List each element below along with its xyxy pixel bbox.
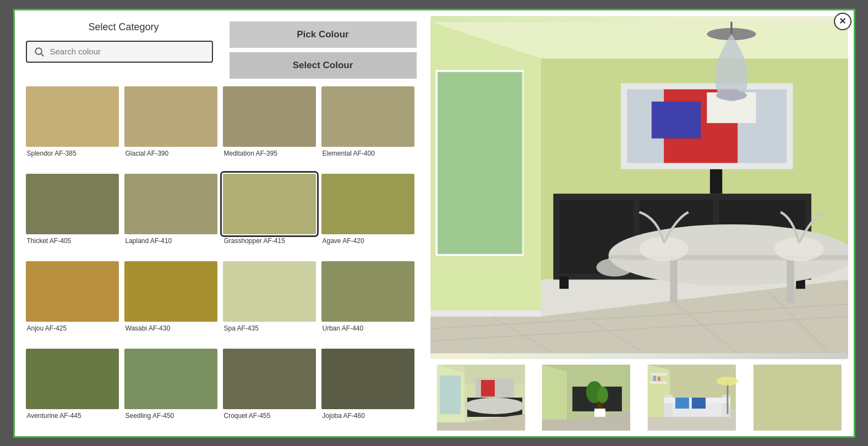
colour-label-af415: Grasshopper AF-415 bbox=[223, 237, 316, 245]
svg-rect-26 bbox=[787, 260, 794, 302]
colour-label-af460: Jojoba AF-460 bbox=[321, 412, 414, 420]
svg-rect-70 bbox=[692, 398, 706, 409]
svg-point-43 bbox=[716, 90, 747, 100]
svg-rect-40 bbox=[651, 101, 700, 138]
thumbnails-row bbox=[430, 365, 848, 431]
colour-item-af435[interactable]: Spa AF-435 bbox=[223, 261, 316, 343]
svg-rect-69 bbox=[675, 398, 689, 409]
pick-colour-button[interactable]: Pick Colour bbox=[230, 21, 417, 48]
close-button[interactable]: ✕ bbox=[834, 13, 851, 30]
svg-marker-15 bbox=[430, 310, 541, 316]
thumb-scene-3 bbox=[641, 365, 743, 431]
colour-label-af435: Spa AF-435 bbox=[223, 324, 316, 332]
svg-rect-61 bbox=[594, 409, 605, 417]
colour-label-af450: Seedling AF-450 bbox=[124, 412, 217, 420]
colour-label-af430: Wasabi AF-430 bbox=[124, 324, 217, 332]
svg-rect-74 bbox=[651, 381, 667, 384]
colour-swatch-af395 bbox=[223, 86, 316, 147]
svg-line-1 bbox=[41, 53, 43, 56]
colour-item-af430[interactable]: Wasabi AF-430 bbox=[124, 261, 217, 343]
svg-point-0 bbox=[35, 48, 42, 54]
colour-label-af395: Meditation AF-395 bbox=[223, 150, 316, 157]
colour-item-af450[interactable]: Seedling AF-450 bbox=[124, 349, 217, 431]
colour-item-af405[interactable]: Thicket AF-405 bbox=[26, 174, 119, 256]
thumbnail-4[interactable] bbox=[747, 365, 848, 431]
svg-rect-77 bbox=[754, 365, 842, 431]
thumbnail-3[interactable] bbox=[641, 365, 743, 431]
colour-label-af440: Urban AF-440 bbox=[321, 324, 414, 332]
colour-swatch-af400 bbox=[321, 86, 414, 147]
colour-item-af425[interactable]: Anjou AF-425 bbox=[26, 261, 119, 343]
colour-label-af390: Glacial AF-390 bbox=[124, 150, 217, 157]
colour-item-af455[interactable]: Croquet AF-455 bbox=[223, 349, 316, 431]
thumbnail-2[interactable] bbox=[536, 365, 637, 431]
search-box[interactable] bbox=[26, 41, 213, 63]
thumb-scene-2 bbox=[536, 365, 637, 431]
svg-rect-52 bbox=[481, 380, 494, 397]
colour-label-af425: Anjou AF-425 bbox=[26, 324, 119, 332]
svg-rect-30 bbox=[709, 169, 722, 194]
colours-grid: Splendor AF-385Glacial AF-390Meditation … bbox=[26, 86, 417, 431]
colour-swatch-af385 bbox=[26, 86, 119, 147]
thumb-scene-1 bbox=[430, 365, 532, 431]
colour-label-af400: Elemental AF-400 bbox=[321, 150, 414, 157]
colour-item-af415[interactable]: Grasshopper AF-415 bbox=[223, 174, 316, 256]
colour-picker-modal: ✕ Select Category Pick Colour Select bbox=[13, 9, 855, 438]
colour-item-af445[interactable]: Aventurine AF-445 bbox=[26, 349, 119, 431]
colour-swatch-af455 bbox=[223, 349, 316, 409]
colour-swatch-af440 bbox=[321, 261, 414, 322]
colour-swatch-af405 bbox=[26, 174, 119, 234]
colour-item-af440[interactable]: Urban AF-440 bbox=[321, 261, 414, 343]
svg-point-29 bbox=[596, 258, 633, 276]
colour-label-af455: Croquet AF-455 bbox=[223, 412, 316, 420]
colour-swatch-af420 bbox=[321, 174, 414, 234]
thumbnail-1[interactable] bbox=[430, 365, 532, 431]
colour-swatch-af415 bbox=[223, 174, 316, 234]
select-colour-button[interactable]: Select Colour bbox=[230, 52, 417, 79]
left-panel: Select Category Pick Colour Select Colou… bbox=[15, 10, 428, 436]
svg-rect-76 bbox=[658, 377, 660, 381]
svg-rect-75 bbox=[653, 376, 656, 381]
svg-rect-25 bbox=[670, 260, 677, 302]
colour-swatch-af425 bbox=[26, 261, 119, 322]
room-scene-svg bbox=[430, 16, 848, 359]
svg-point-60 bbox=[597, 387, 608, 403]
svg-rect-73 bbox=[651, 373, 667, 376]
svg-point-49 bbox=[464, 398, 525, 414]
colour-swatch-af430 bbox=[124, 261, 217, 322]
search-input[interactable] bbox=[50, 47, 205, 56]
colour-item-af385[interactable]: Splendor AF-385 bbox=[26, 86, 119, 168]
colour-item-af460[interactable]: Jojoba AF-460 bbox=[321, 349, 414, 431]
search-icon bbox=[34, 46, 45, 57]
svg-rect-47 bbox=[439, 376, 460, 414]
svg-rect-14 bbox=[438, 72, 522, 254]
colour-label-af405: Thicket AF-405 bbox=[26, 237, 119, 245]
colour-label-af385: Splendor AF-385 bbox=[26, 150, 119, 157]
colour-swatch-af435 bbox=[223, 261, 316, 322]
colour-swatch-af445 bbox=[26, 349, 119, 409]
colour-item-af390[interactable]: Glacial AF-390 bbox=[124, 86, 217, 168]
colour-item-af400[interactable]: Elemental AF-400 bbox=[321, 86, 414, 168]
svg-point-72 bbox=[717, 377, 739, 386]
svg-rect-21 bbox=[559, 276, 569, 288]
thumb-scene-4 bbox=[747, 365, 848, 431]
right-panel bbox=[428, 10, 854, 436]
colour-label-af420: Agave AF-420 bbox=[321, 237, 414, 245]
colour-swatch-af390 bbox=[124, 86, 217, 147]
colour-swatch-af460 bbox=[321, 349, 414, 409]
category-header: Select Category bbox=[26, 21, 222, 33]
main-room-image bbox=[430, 16, 848, 359]
colour-label-af445: Aventurine AF-445 bbox=[26, 412, 119, 420]
colour-swatch-af450 bbox=[124, 349, 217, 409]
colour-item-af410[interactable]: Lapland AF-410 bbox=[124, 174, 217, 256]
colour-swatch-af410 bbox=[124, 174, 217, 234]
colour-item-af420[interactable]: Agave AF-420 bbox=[321, 174, 414, 256]
colour-label-af410: Lapland AF-410 bbox=[124, 237, 217, 245]
colour-item-af395[interactable]: Meditation AF-395 bbox=[223, 86, 316, 168]
